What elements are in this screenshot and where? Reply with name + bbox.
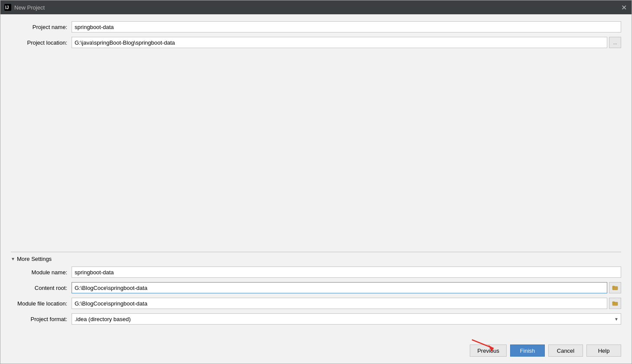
module-file-location-browse-button[interactable] <box>609 298 621 309</box>
more-settings-section: ▼ More Settings Module name: Content roo… <box>11 252 621 329</box>
module-file-location-input[interactable] <box>72 298 607 309</box>
new-project-dialog: IJ New Project ✕ Project name: Project l… <box>0 0 632 364</box>
module-name-input[interactable] <box>72 266 621 278</box>
help-button[interactable]: Help <box>586 344 621 357</box>
project-name-input[interactable] <box>72 21 621 32</box>
content-root-row: Content root: <box>11 282 621 293</box>
project-name-input-wrap <box>72 21 621 32</box>
module-name-input-wrap <box>72 266 621 278</box>
title-bar-left: IJ New Project <box>4 3 45 11</box>
cancel-button[interactable]: Cancel <box>548 344 583 357</box>
title-bar: IJ New Project ✕ <box>0 0 632 14</box>
project-location-browse-button[interactable]: ... <box>609 37 621 48</box>
module-name-label: Module name: <box>11 269 72 276</box>
dialog-body: Project name: Project location: ... ▼ Mo… <box>0 14 632 340</box>
project-format-label: Project format: <box>11 316 72 322</box>
project-format-row: Project format: .idea (directory based) … <box>11 313 621 325</box>
project-name-row: Project name: <box>11 21 621 32</box>
folder-icon <box>612 285 618 291</box>
content-root-input-wrap <box>72 282 621 293</box>
project-format-select-wrap: .idea (directory based) .ipr (file based… <box>72 313 621 325</box>
content-root-browse-button[interactable] <box>609 282 621 293</box>
project-location-input-wrap: ... <box>72 37 621 48</box>
content-root-label: Content root: <box>11 285 72 291</box>
module-file-location-input-wrap <box>72 298 621 309</box>
footer: Previous Finish Cancel Help <box>0 340 632 364</box>
finish-button[interactable]: Finish <box>510 344 545 357</box>
svg-rect-3 <box>612 286 615 287</box>
close-button[interactable]: ✕ <box>619 3 628 12</box>
project-name-label: Project name: <box>11 24 72 30</box>
app-icon: IJ <box>4 3 12 11</box>
project-location-input[interactable] <box>72 37 607 48</box>
project-location-row: Project location: ... <box>11 37 621 48</box>
more-settings-label: More Settings <box>17 256 52 262</box>
svg-text:IJ: IJ <box>5 5 9 10</box>
content-root-input[interactable] <box>72 282 607 293</box>
module-file-location-row: Module file location: <box>11 298 621 309</box>
more-settings-header[interactable]: ▼ More Settings <box>11 256 621 262</box>
body-spacer <box>11 52 621 252</box>
collapse-arrow-icon: ▼ <box>11 257 15 261</box>
module-file-location-label: Module file location: <box>11 300 72 307</box>
svg-rect-5 <box>612 302 615 303</box>
folder-icon-2 <box>612 300 618 306</box>
dialog-title: New Project <box>14 4 45 11</box>
previous-button[interactable]: Previous <box>470 344 507 357</box>
project-location-label: Project location: <box>11 39 72 46</box>
module-name-row: Module name: <box>11 266 621 278</box>
project-format-select[interactable]: .idea (directory based) .ipr (file based… <box>72 313 621 325</box>
